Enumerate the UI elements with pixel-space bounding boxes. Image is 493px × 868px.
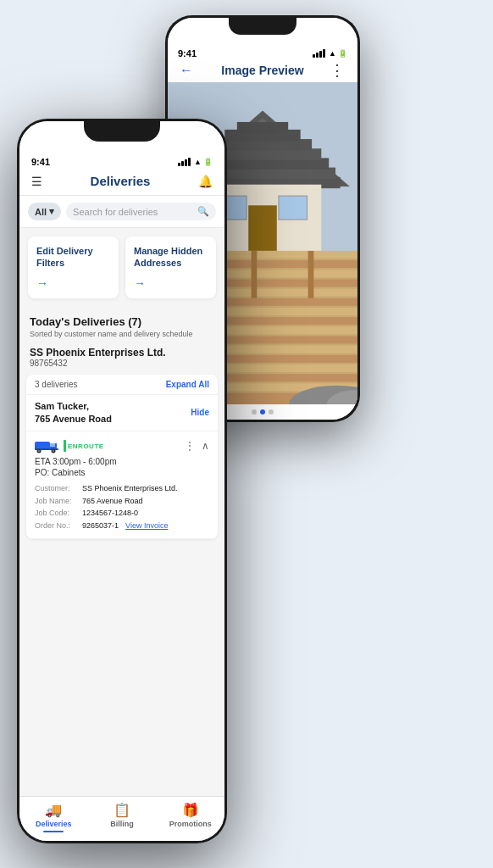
edit-filters-title: Edit Delivery Filters xyxy=(36,245,110,270)
menu-icon[interactable]: ☰ xyxy=(31,175,42,188)
view-invoice-link[interactable]: View Invoice xyxy=(125,520,168,531)
front-status-icons: ▲ 🔋 xyxy=(178,158,213,166)
nav-deliveries-icon: 🚚 xyxy=(45,802,62,818)
nav-billing-icon: 📋 xyxy=(114,802,130,818)
delivery-more-icon[interactable]: ⋮ xyxy=(185,440,195,452)
job-name-value: 765 Avenue Road xyxy=(82,495,142,507)
address-line2: 765 Avenue Road xyxy=(35,414,112,424)
search-placeholder: Search for deliveries xyxy=(73,207,194,217)
delivery-address-row: Sam Tucker, 765 Avenue Road Hide xyxy=(26,395,218,432)
nav-billing-label: Billing xyxy=(110,820,134,828)
section-header: Today's Deliveries (7) Sorted by custome… xyxy=(19,307,224,340)
edit-filters-arrow: → xyxy=(36,276,110,290)
section-title: Today's Deliveries (7) xyxy=(30,315,214,328)
detail-order-no: Order No.: 9265037-1 View Invoice xyxy=(35,520,209,531)
bell-icon[interactable]: 🔔 xyxy=(198,175,213,188)
front-phone: 9:41 ▲ 🔋 ☰ Deliveries 🔔 All ▾ xyxy=(17,119,227,843)
delivery-collapse-icon[interactable]: ∧ xyxy=(202,440,209,452)
job-name-label: Job Name: xyxy=(35,495,79,507)
delivery-card-header: 3 deliveries Expand All xyxy=(26,375,218,395)
delivery-item-actions: ⋮ ∧ xyxy=(185,440,209,452)
header-title: Deliveries xyxy=(91,174,151,188)
svg-point-43 xyxy=(38,450,40,452)
nav-promotions-label: Promotions xyxy=(169,820,212,828)
enroute-text: ENROUTE xyxy=(68,442,104,450)
svg-rect-9 xyxy=(237,122,288,133)
back-header: ← Image Preview ⋮ xyxy=(168,58,357,82)
company-block: SS Phoenix Enterprises Ltd. 98765432 xyxy=(19,340,224,375)
dot-2 xyxy=(260,409,265,415)
svg-rect-34 xyxy=(252,251,258,298)
enroute-bar xyxy=(64,440,66,452)
delivery-item: ENROUTE ⋮ ∧ ETA 3:00pm - 6:00pm PO: Cabi… xyxy=(26,431,218,539)
front-status-bar: 9:41 ▲ 🔋 xyxy=(19,152,224,167)
filter-dropdown[interactable]: All ▾ xyxy=(28,203,61,220)
order-no-value: 9265037-1 xyxy=(82,520,119,531)
bottom-nav: 🚚 Deliveries 📋 Billing 🎁 Promotions xyxy=(19,796,224,841)
truck-icon xyxy=(35,438,58,453)
company-id: 98765432 xyxy=(30,359,214,368)
delivery-details: Customer: SS Phoenix Enterprises Ltd. Jo… xyxy=(35,482,209,531)
search-input-wrapper[interactable]: Search for deliveries 🔍 xyxy=(66,203,216,220)
dot-3 xyxy=(269,409,274,415)
detail-job-name: Job Name: 765 Avenue Road xyxy=(35,495,209,507)
nav-billing[interactable]: 📋 Billing xyxy=(88,802,157,832)
svg-rect-35 xyxy=(308,251,314,298)
section-subtitle: Sorted by customer name and delivery sch… xyxy=(30,330,214,338)
expand-all-button[interactable]: Expand All xyxy=(166,380,209,389)
filter-chevron: ▾ xyxy=(49,206,54,217)
back-more-icon[interactable]: ⋮ xyxy=(330,61,346,80)
search-icon: 🔍 xyxy=(197,206,209,217)
svg-rect-13 xyxy=(248,205,277,251)
back-header-title: Image Preview xyxy=(221,64,303,77)
customer-value: SS Phoenix Enterprises Ltd. xyxy=(82,482,178,494)
nav-deliveries-label: Deliveries xyxy=(36,820,72,828)
edit-delivery-filters-card[interactable]: Edit Delivery Filters → xyxy=(28,236,119,298)
svg-marker-40 xyxy=(50,443,55,447)
job-code-label: Job Code: xyxy=(35,507,79,519)
deliveries-count: 3 deliveries xyxy=(35,380,78,389)
manage-addresses-arrow: → xyxy=(134,276,208,290)
hide-button[interactable]: Hide xyxy=(191,408,209,417)
manage-addresses-title: Manage Hidden Addresses xyxy=(134,245,208,270)
company-name: SS Phoenix Enterprises Ltd. xyxy=(30,347,214,359)
nav-deliveries[interactable]: 🚚 Deliveries xyxy=(19,802,88,832)
delivery-item-top: ENROUTE ⋮ ∧ xyxy=(35,438,209,453)
deliveries-header: ☰ Deliveries 🔔 xyxy=(19,167,224,196)
delivery-eta: ETA 3:00pm - 6:00pm xyxy=(35,457,209,466)
enroute-badge: ENROUTE xyxy=(64,440,104,452)
delivery-po: PO: Cabinets xyxy=(35,468,209,477)
back-arrow-button[interactable]: ← xyxy=(180,63,193,78)
nav-active-indicator xyxy=(43,831,64,832)
delivery-address: Sam Tucker, 765 Avenue Road xyxy=(35,400,112,426)
back-status-icons: ▲ 🔋 xyxy=(313,49,347,58)
back-notch xyxy=(229,18,296,35)
nav-promotions-icon: 🎁 xyxy=(182,802,199,818)
svg-point-45 xyxy=(53,450,54,452)
dot-1 xyxy=(252,409,257,415)
detail-customer: Customer: SS Phoenix Enterprises Ltd. xyxy=(35,482,209,494)
svg-rect-12 xyxy=(279,196,307,220)
deliveries-section: Today's Deliveries (7) Sorted by custome… xyxy=(19,307,224,796)
delivery-card: 3 deliveries Expand All Sam Tucker, 765 … xyxy=(26,375,218,539)
address-line1: Sam Tucker, xyxy=(35,401,89,411)
action-cards: Edit Delivery Filters → Manage Hidden Ad… xyxy=(19,228,224,307)
job-code-value: 1234567-1248-0 xyxy=(82,507,138,519)
detail-job-code: Job Code: 1234567-1248-0 xyxy=(35,507,209,519)
customer-label: Customer: xyxy=(35,482,79,494)
front-notch xyxy=(84,121,160,142)
manage-hidden-addresses-card[interactable]: Manage Hidden Addresses → xyxy=(125,236,216,298)
nav-promotions[interactable]: 🎁 Promotions xyxy=(156,802,224,832)
order-no-label: Order No.: xyxy=(35,520,79,531)
front-notch-area xyxy=(19,121,224,152)
search-bar: All ▾ Search for deliveries 🔍 xyxy=(19,196,224,228)
front-status-time: 9:41 xyxy=(31,157,50,167)
back-status-time: 9:41 xyxy=(178,48,197,58)
filter-label: All xyxy=(35,207,47,217)
